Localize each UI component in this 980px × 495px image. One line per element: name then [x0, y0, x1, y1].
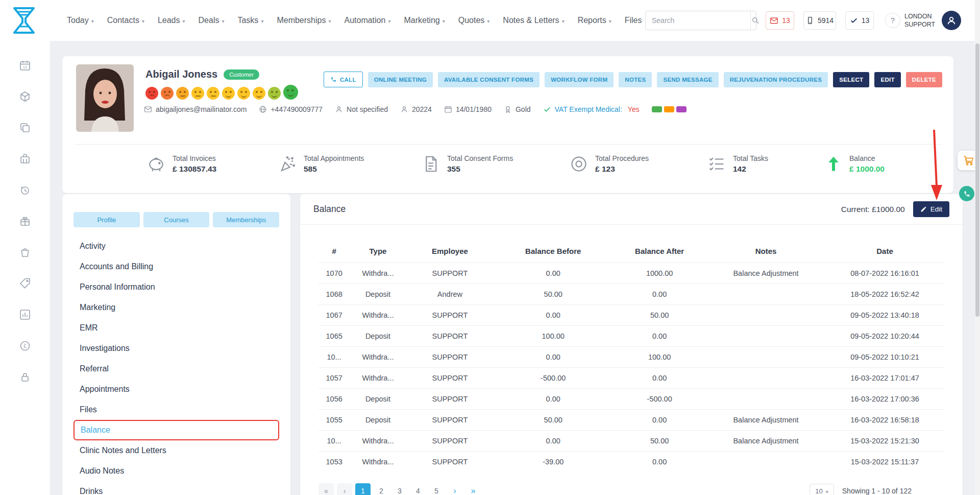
table-row[interactable]: 1053 Withdra... SUPPORT -39.00 0.00 15-0… [318, 451, 944, 472]
package-icon[interactable] [19, 90, 31, 103]
phone-badge[interactable]: 5914 [803, 11, 836, 30]
delete-button[interactable]: DELETE [906, 72, 942, 87]
profile-section-item[interactable]: Files [74, 399, 279, 420]
page-size-select[interactable]: 10 ▾ [810, 484, 834, 495]
action-button[interactable]: AVAILABLE CONSENT FORMS [438, 72, 540, 87]
chevron-down-icon: ▾ [388, 18, 390, 24]
table-row[interactable]: 1057 Withdra... SUPPORT -500.00 0.00 16-… [318, 367, 944, 388]
table-row[interactable]: 1068 Deposit Andrew 50.00 0.00 18-05-202… [318, 284, 944, 304]
profile-tab[interactable]: Memberships [213, 212, 279, 227]
stat-total-consent-forms: Total Consent Forms355 [421, 154, 513, 174]
nav-item[interactable]: Quotes ▾ [458, 16, 490, 25]
color-tag[interactable] [664, 106, 674, 112]
table-row[interactable]: 1065 Deposit SUPPORT 100.00 0.00 09-05-2… [318, 325, 944, 346]
search-button[interactable] [750, 11, 760, 30]
lock-icon[interactable] [19, 371, 31, 383]
emotion-face-icon[interactable] [268, 87, 281, 100]
profile-section-item[interactable]: Appointments [74, 379, 279, 399]
emotion-face-icon[interactable] [176, 87, 189, 100]
profile-section-item[interactable]: Accounts and Billing [74, 256, 279, 277]
edit-client-button[interactable]: EDIT [874, 72, 900, 87]
nav-item[interactable]: Tasks ▾ [237, 16, 263, 25]
emotion-face-icon[interactable] [283, 85, 298, 100]
scrollbar-thumb[interactable] [975, 43, 979, 317]
page-button[interactable]: 2 [374, 483, 389, 495]
action-button[interactable]: WORKFLOW FORM [545, 72, 614, 87]
nav-item[interactable]: Notes & Letters ▾ [503, 16, 564, 25]
profile-section-item[interactable]: Investigations [74, 338, 279, 359]
emotion-face-icon[interactable] [237, 87, 250, 100]
color-tag[interactable] [676, 106, 687, 112]
table-row[interactable]: 1070 Withdra... SUPPORT 0.00 1000.00 Bal… [318, 263, 944, 284]
select-button[interactable]: SELECT [833, 72, 869, 87]
nav-item[interactable]: Today ▾ [67, 16, 94, 25]
gift-icon[interactable] [19, 215, 31, 227]
search-input[interactable] [646, 16, 750, 25]
action-button[interactable]: REJUVENATION PROCEDURES [724, 72, 828, 87]
color-tag[interactable] [652, 106, 662, 112]
emotion-face-icon[interactable] [253, 87, 265, 100]
nav-item[interactable]: Marketing ▾ [404, 16, 445, 25]
edit-balance-button[interactable]: Edit [913, 201, 949, 217]
table-row[interactable]: 10... Withdra... SUPPORT 0.00 50.00 Bala… [318, 430, 944, 451]
pound-coin-icon[interactable]: £ [19, 340, 31, 352]
profile-section-item[interactable]: Balance [74, 420, 279, 440]
mail-badge[interactable]: 13 [766, 11, 794, 30]
first-page-button[interactable]: « [318, 483, 334, 495]
nav-item[interactable]: Deals ▾ [199, 16, 225, 25]
table-row[interactable]: 10... Withdra... SUPPORT 0.00 100.00 09-… [318, 346, 944, 367]
nav-item[interactable]: Reports ▾ [578, 16, 611, 25]
help-button[interactable]: ? [885, 13, 900, 28]
svg-text:£: £ [23, 343, 27, 349]
briefcase-icon[interactable] [19, 153, 31, 165]
profile-section-item[interactable]: Audio Notes [74, 461, 279, 481]
emotion-face-icon[interactable] [222, 87, 235, 100]
nav-item[interactable]: Memberships ▾ [277, 16, 331, 25]
main-menu: Today ▾ Contacts ▾ Leads ▾ Deals ▾ Tasks… [67, 0, 645, 41]
prev-page-button[interactable]: ‹ [337, 483, 352, 495]
shopping-bag-icon[interactable] [19, 246, 31, 258]
tag-icon[interactable] [19, 277, 31, 290]
emotion-face-icon[interactable] [145, 87, 158, 100]
page-button[interactable]: 3 [392, 483, 407, 495]
page-button[interactable]: 1 [355, 483, 371, 495]
table-row[interactable]: 1056 Deposit SUPPORT 0.00 -500.00 16-03-… [318, 388, 944, 409]
profile-section-item[interactable]: Personal Information [74, 277, 279, 297]
user-avatar[interactable] [942, 11, 961, 30]
action-button[interactable]: SEND MESSAGE [657, 72, 718, 87]
profile-section-item[interactable]: Activity [74, 236, 279, 256]
stat-balance: Balance£ 1000.00 [824, 154, 885, 174]
nav-item[interactable]: Automation ▾ [344, 16, 390, 25]
call-button[interactable]: CALL [324, 72, 363, 87]
copy-icon[interactable] [19, 122, 31, 134]
history-icon[interactable] [19, 184, 31, 196]
profile-section-item[interactable]: EMR [74, 318, 279, 338]
profile-tab[interactable]: Profile [74, 212, 140, 227]
task-badge[interactable]: 13 [845, 11, 874, 30]
table-row[interactable]: 1055 Deposit SUPPORT 50.00 0.00 Balance … [318, 409, 944, 430]
page-button[interactable]: 5 [429, 483, 444, 495]
nav-item[interactable]: Files [625, 16, 645, 25]
emotion-face-icon[interactable] [191, 87, 204, 100]
table-row[interactable]: 1067 Withdra... SUPPORT 0.00 50.00 09-05… [318, 304, 944, 325]
balance-panel: Balance Current: £1000.00 Edit # Type Em… [300, 194, 963, 495]
profile-tab[interactable]: Courses [143, 212, 210, 227]
last-page-button[interactable]: » [465, 483, 481, 495]
call-float-button[interactable] [959, 186, 974, 201]
page-button[interactable]: 4 [410, 483, 426, 495]
chart-icon[interactable] [19, 309, 31, 321]
profile-section-item[interactable]: Marketing [74, 297, 279, 318]
nav-item[interactable]: Leads ▾ [158, 16, 185, 25]
nav-item[interactable]: Contacts ▾ [107, 16, 144, 25]
emotion-face-icon[interactable] [161, 87, 174, 100]
app-logo[interactable] [9, 5, 39, 36]
profile-section-item[interactable]: Referral [74, 359, 279, 379]
action-button[interactable]: ONLINE MEETING [368, 72, 433, 87]
calendar-icon[interactable]: 12 [19, 59, 31, 72]
action-button[interactable]: NOTES [619, 72, 652, 87]
profile-section-item[interactable]: Drinks [74, 481, 279, 495]
profile-section-item[interactable]: Clinic Notes and Letters [74, 440, 279, 461]
next-page-button[interactable]: › [447, 483, 462, 495]
client-tier: Gold [504, 105, 531, 113]
emotion-face-icon[interactable] [207, 87, 219, 100]
